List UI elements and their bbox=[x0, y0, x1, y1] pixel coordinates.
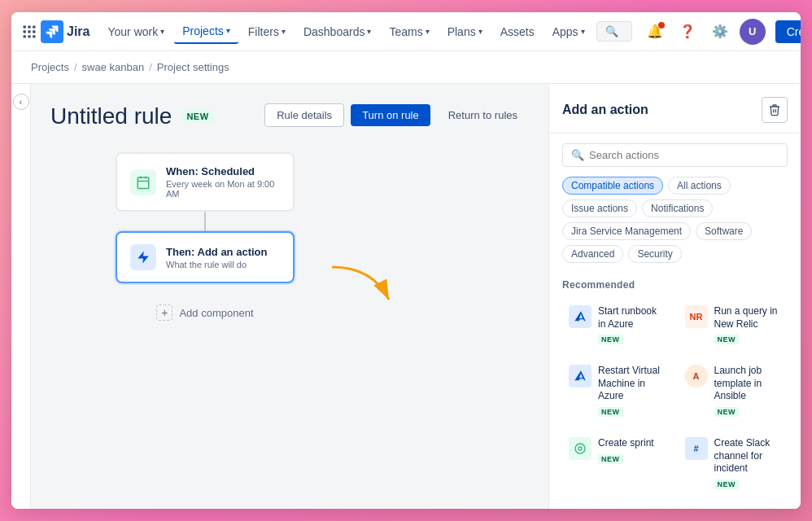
svg-rect-4 bbox=[28, 30, 30, 33]
rule-actions: Rule details Turn on rule Return to rule… bbox=[264, 103, 529, 127]
rule-title: Untitled rule bbox=[50, 103, 172, 129]
action-azure-runbook-text: Start runbook in Azure NEW bbox=[598, 305, 666, 345]
chip-jsm[interactable]: Jira Service Management bbox=[562, 222, 691, 240]
trigger-card[interactable]: When: Scheduled Every week on Mon at 9:0… bbox=[116, 152, 295, 212]
action-badge-new: NEW bbox=[598, 335, 623, 344]
breadcrumb-settings[interactable]: Project settings bbox=[157, 61, 229, 73]
gear-icon: ⚙️ bbox=[712, 24, 728, 39]
action-item-slack[interactable]: # Create Slack channel for incident NEW bbox=[679, 431, 788, 497]
top-navigation: Jira Your work ▾ Projects ▾ Filters ▾ Da… bbox=[11, 12, 801, 51]
chevron-down-icon: ▾ bbox=[367, 27, 371, 36]
action-item-newrelic[interactable]: NR Run a query in New Relic NEW bbox=[679, 299, 788, 352]
action-badge-new: NEW bbox=[714, 479, 740, 489]
action-item-azure-runbook[interactable]: Start runbook in Azure NEW bbox=[562, 299, 672, 352]
action-slack-text: Create Slack channel for incident NEW bbox=[714, 437, 782, 490]
breadcrumb-separator: / bbox=[74, 61, 77, 73]
add-component-button[interactable]: + Add component bbox=[146, 300, 263, 326]
logo-text: Jira bbox=[67, 24, 89, 39]
nav-item-apps[interactable]: Apps ▾ bbox=[544, 20, 593, 43]
nav-item-projects[interactable]: Projects ▾ bbox=[174, 20, 238, 44]
delete-button[interactable] bbox=[762, 97, 788, 123]
create-button[interactable]: Create bbox=[775, 20, 801, 43]
jira-logo[interactable]: Jira bbox=[41, 20, 89, 43]
svg-rect-9 bbox=[138, 177, 149, 189]
sprint-icon bbox=[569, 437, 592, 460]
return-to-rules-button[interactable]: Return to rules bbox=[437, 104, 529, 126]
nav-item-filters[interactable]: Filters ▾ bbox=[240, 20, 294, 43]
nav-item-dashboards[interactable]: Dashboards ▾ bbox=[295, 20, 380, 43]
azure-vm-icon bbox=[569, 365, 592, 387]
breadcrumb-separator: / bbox=[149, 61, 152, 73]
rule-badge: NEW bbox=[181, 110, 213, 123]
svg-rect-7 bbox=[28, 35, 30, 37]
chip-issue[interactable]: Issue actions bbox=[562, 199, 637, 217]
breadcrumb: Projects / swae kanban / Project setting… bbox=[11, 51, 801, 84]
turn-on-rule-button[interactable]: Turn on rule bbox=[351, 104, 430, 126]
action-badge-new: NEW bbox=[598, 407, 623, 417]
action-card[interactable]: Then: Add an action What the rule will d… bbox=[116, 231, 295, 283]
chip-software[interactable]: Software bbox=[696, 222, 752, 240]
chip-security[interactable]: Security bbox=[628, 245, 681, 263]
help-button[interactable]: ❓ bbox=[674, 19, 701, 45]
breadcrumb-kanban[interactable]: swae kanban bbox=[82, 61, 145, 73]
chevron-down-icon: ▾ bbox=[581, 27, 585, 36]
svg-rect-8 bbox=[33, 35, 35, 37]
nav-right-icons: 🔔 ❓ ⚙️ U Create bbox=[642, 19, 801, 45]
chevron-down-icon: ▾ bbox=[426, 27, 430, 36]
chip-notifications[interactable]: Notifications bbox=[642, 199, 713, 217]
plus-icon: + bbox=[156, 304, 172, 321]
settings-button[interactable]: ⚙️ bbox=[707, 19, 733, 45]
nav-item-yourwork[interactable]: Your work ▾ bbox=[99, 20, 172, 43]
ansible-icon: A bbox=[685, 365, 708, 387]
chevron-down-icon: ▾ bbox=[160, 27, 164, 36]
nav-item-plans[interactable]: Plans ▾ bbox=[439, 20, 491, 43]
recommended-label: Recommended bbox=[562, 279, 788, 291]
trigger-icon bbox=[130, 169, 156, 195]
canvas-area: Untitled rule NEW Rule details Turn on r… bbox=[31, 84, 548, 509]
action-item-sprint[interactable]: Create sprint NEW bbox=[562, 431, 672, 497]
nav-item-teams[interactable]: Teams ▾ bbox=[381, 20, 437, 43]
search-icon: 🔍 bbox=[605, 25, 618, 37]
notifications-button[interactable]: 🔔 bbox=[642, 19, 668, 45]
add-component-label: Add component bbox=[179, 307, 253, 319]
nav-items-list: Your work ▾ Projects ▾ Filters ▾ Dashboa… bbox=[99, 20, 592, 44]
search-bar[interactable]: 🔍 bbox=[596, 21, 632, 42]
action-ansible-text: Launch job template in Ansible NEW bbox=[714, 365, 782, 418]
action-badge-new: NEW bbox=[714, 335, 740, 344]
action-item-ansible[interactable]: A Launch job template in Ansible NEW bbox=[679, 358, 788, 424]
action-badge-new: NEW bbox=[598, 454, 623, 464]
search-icon: 🔍 bbox=[571, 149, 584, 161]
collapse-icon[interactable]: ‹ bbox=[13, 94, 29, 110]
newrelic-icon: NR bbox=[685, 305, 708, 328]
panel-header: Add an action bbox=[549, 84, 801, 134]
rule-header: Untitled rule NEW bbox=[50, 103, 214, 129]
flow-connector bbox=[204, 212, 206, 231]
rule-details-button[interactable]: Rule details bbox=[264, 103, 344, 127]
breadcrumb-projects[interactable]: Projects bbox=[31, 61, 69, 73]
chip-compatible[interactable]: Compatible actions bbox=[562, 177, 663, 195]
panel-search[interactable]: 🔍 bbox=[562, 143, 788, 167]
action-item-github[interactable]: Create branch in GitHub NEW bbox=[562, 503, 672, 509]
action-newrelic-text: Run a query in New Relic NEW bbox=[714, 305, 782, 345]
action-item-azure-vm[interactable]: Restart Virtual Machine in Azure NEW bbox=[562, 358, 672, 424]
panel-body: Recommended Start runbook in Azure NEW bbox=[549, 273, 801, 509]
nav-item-assets[interactable]: Assets bbox=[492, 20, 543, 43]
chip-all[interactable]: All actions bbox=[668, 177, 731, 195]
avatar[interactable]: U bbox=[740, 19, 766, 45]
action-badge-new: NEW bbox=[714, 407, 740, 417]
chip-advanced[interactable]: Advanced bbox=[562, 245, 623, 263]
svg-point-15 bbox=[575, 444, 585, 453]
right-panel: Add an action 🔍 Compatible actions All a… bbox=[548, 84, 801, 509]
chevron-down-icon: ▾ bbox=[226, 26, 230, 35]
recommended-actions-grid: Start runbook in Azure NEW NR Run a quer… bbox=[562, 299, 788, 509]
action-search-input[interactable] bbox=[589, 149, 779, 161]
action-item-create-issue-popular[interactable]: + Create issue POPULAR bbox=[679, 503, 788, 509]
svg-point-16 bbox=[578, 447, 582, 450]
chevron-down-icon: ▾ bbox=[282, 27, 286, 36]
filter-chips: Compatible actions All actions Issue act… bbox=[549, 177, 801, 273]
arrow-indicator bbox=[324, 259, 389, 308]
svg-rect-0 bbox=[24, 25, 26, 28]
svg-marker-13 bbox=[138, 252, 149, 264]
sidebar-toggle[interactable]: ‹ bbox=[11, 84, 31, 509]
apps-grid-icon[interactable] bbox=[21, 20, 37, 43]
